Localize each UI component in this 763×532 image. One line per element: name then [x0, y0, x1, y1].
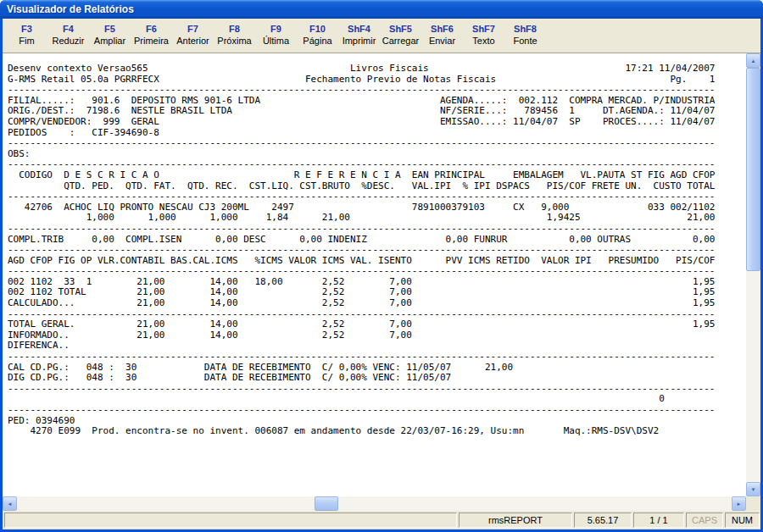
toolbar-button-shf4[interactable]: ShF4Imprimir — [338, 21, 380, 53]
toolbar-action-label: Reduzir — [53, 35, 85, 47]
status-panel-main — [4, 513, 457, 528]
down-arrow-icon: ▼ — [751, 487, 756, 492]
toolbar-action-label: Próxima — [217, 35, 251, 47]
toolbar-key-label: ShF6 — [431, 24, 454, 35]
scrollbar-corner — [746, 496, 760, 511]
report-area: Desenv contexto Versao565 Livros Fiscais… — [3, 53, 760, 511]
toolbar-key-label: F8 — [229, 24, 240, 35]
status-page-indicator: 1 / 1 — [633, 513, 684, 528]
toolbar-key-label: ShF8 — [514, 24, 537, 35]
toolbar-action-label: Fonte — [513, 35, 537, 47]
toolbar-key-label: F4 — [63, 24, 74, 35]
scroll-up-button[interactable]: ▲ — [746, 53, 760, 68]
toolbar-key-label: F9 — [270, 24, 281, 35]
toolbar-button-f7[interactable]: F7Anterior — [172, 21, 214, 53]
status-version: 5.65.17 — [574, 513, 632, 528]
report-text: Desenv contexto Versao565 Livros Fiscais… — [3, 53, 746, 496]
toolbar-key-label: F3 — [21, 24, 32, 35]
toolbar-button-shf5[interactable]: ShF5Carregar — [380, 21, 421, 53]
toolbar-key-label: F5 — [104, 24, 115, 35]
toolbar-button-f3[interactable]: F3Fim — [6, 21, 47, 53]
status-caps-indicator: CAPS — [686, 513, 723, 528]
status-bar: rmsREPORT 5.65.17 1 / 1 CAPS NUM — [3, 511, 760, 529]
toolbar-button-f10[interactable]: F10Página — [297, 21, 338, 53]
toolbar-key-label: ShF4 — [348, 24, 370, 35]
toolbar-key-label: F6 — [146, 24, 157, 35]
report-viewer-window: Visualizador de Relatórios F3FimF4Reduzi… — [0, 0, 763, 532]
toolbar-button-shf7[interactable]: ShF7Texto — [463, 21, 504, 53]
toolbar-action-label: Carregar — [382, 35, 419, 47]
toolbar-action-label: Texto — [472, 35, 494, 47]
toolbar-action-label: Ampliar — [94, 35, 125, 47]
up-arrow-icon: ▲ — [751, 58, 756, 64]
toolbar: F3FimF4ReduzirF5AmpliarF6PrimeiraF7Anter… — [3, 19, 760, 53]
toolbar-button-f4[interactable]: F4Reduzir — [47, 21, 89, 53]
toolbar-button-f8[interactable]: F8Próxima — [214, 21, 255, 53]
title-bar[interactable]: Visualizador de Relatórios — [0, 0, 763, 19]
scroll-left-button[interactable]: ◄ — [3, 496, 17, 511]
toolbar-key-label: F7 — [187, 24, 198, 35]
toolbar-key-label: ShF5 — [389, 24, 412, 35]
toolbar-button-f5[interactable]: F5Ampliar — [89, 21, 131, 53]
toolbar-action-label: Página — [303, 35, 331, 47]
vertical-scrollbar[interactable]: ▲ ▼ — [746, 53, 760, 496]
scroll-down-button[interactable]: ▼ — [746, 482, 760, 496]
toolbar-action-label: Enviar — [429, 35, 455, 47]
toolbar-key-label: ShF7 — [472, 24, 495, 35]
toolbar-action-label: Fim — [19, 35, 34, 47]
toolbar-button-f6[interactable]: F6Primeira — [131, 21, 172, 53]
toolbar-action-label: Última — [263, 35, 289, 47]
status-num-indicator: NUM — [725, 513, 760, 528]
toolbar-action-label: Primeira — [134, 35, 169, 47]
toolbar-key-label: F10 — [309, 24, 326, 35]
horizontal-scroll-thumb[interactable] — [315, 496, 338, 511]
toolbar-button-shf8[interactable]: ShF8Fonte — [504, 21, 546, 53]
toolbar-button-f9[interactable]: F9Última — [255, 21, 297, 53]
left-arrow-icon: ◄ — [8, 502, 13, 507]
status-app-name: rmsREPORT — [459, 513, 572, 528]
toolbar-button-shf6[interactable]: ShF6Enviar — [421, 21, 463, 53]
horizontal-scrollbar[interactable]: ◄ ► — [3, 496, 746, 511]
right-arrow-icon: ► — [737, 502, 742, 507]
window-title: Visualizador de Relatórios — [7, 3, 134, 15]
toolbar-action-label: Anterior — [176, 35, 209, 47]
toolbar-action-label: Imprimir — [343, 35, 376, 47]
vertical-scroll-thumb[interactable] — [746, 68, 760, 271]
scroll-right-button[interactable]: ► — [732, 496, 746, 511]
